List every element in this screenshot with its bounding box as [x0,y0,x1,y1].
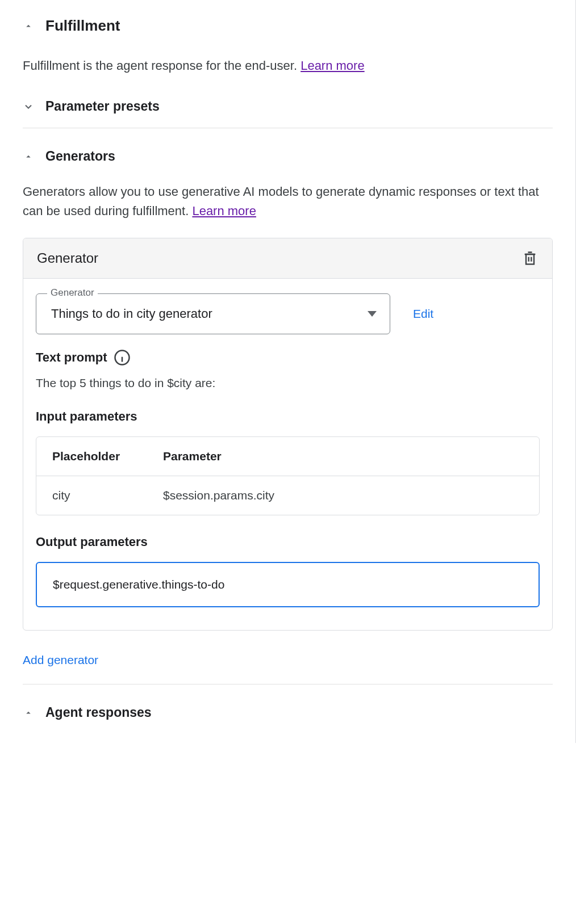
generator-card-title: Generator [37,250,98,266]
fulfillment-title: Fulfillment [45,17,120,35]
generator-select-row: Generator Things to do in city generator… [36,293,540,334]
generators-description-text: Generators allow you to use generative A… [23,184,539,218]
add-generator-button[interactable]: Add generator [23,653,98,666]
input-parameters-table: Placeholder Parameter city $session.para… [36,436,540,515]
generators-description: Generators allow you to use generative A… [23,182,553,221]
fulfillment-description: Fulfillment is the agent response for th… [23,56,553,75]
agent-responses-section: Agent responses [23,705,553,720]
chevron-up-icon [23,151,34,162]
agent-responses-header[interactable]: Agent responses [23,705,553,720]
table-row: city $session.params.city [36,476,539,515]
table-header-parameter: Parameter [163,450,523,463]
delete-icon[interactable] [521,250,539,267]
dropdown-icon [368,309,377,319]
text-prompt-label: Text prompt [36,350,107,365]
generator-select[interactable]: Things to do in city generator [36,293,390,334]
chevron-down-icon [23,101,34,112]
chevron-up-icon [23,707,34,719]
fulfillment-learn-more-link[interactable]: Learn more [300,58,365,73]
output-parameters-label: Output parameters [36,535,540,549]
table-header-placeholder: Placeholder [52,450,163,463]
generators-learn-more-link[interactable]: Learn more [192,204,256,218]
output-parameter-input[interactable]: $request.generative.things-to-do [36,562,540,607]
agent-responses-title: Agent responses [45,705,152,720]
fulfillment-header[interactable]: Fulfillment [23,17,553,35]
table-cell-placeholder: city [52,489,163,502]
add-generator-section: Add generator [23,653,553,684]
svg-rect-0 [526,254,534,264]
table-cell-parameter: $session.params.city [163,489,523,502]
generator-card-header: Generator [23,238,552,279]
input-parameters-label: Input parameters [36,409,540,424]
chevron-up-icon [23,20,34,32]
info-icon[interactable] [114,349,131,366]
edit-button[interactable]: Edit [413,307,433,321]
generator-select-value: Things to do in city generator [51,306,212,321]
text-prompt-label-row: Text prompt [36,349,540,366]
parameter-presets-section: Parameter presets [23,99,553,128]
parameter-presets-title: Parameter presets [45,99,160,114]
fulfillment-section: Fulfillment Fulfillment is the agent res… [0,0,575,720]
generators-section: Generators Generators allow you to use g… [23,149,553,684]
generator-card: Generator Generator Things to do i [23,238,553,631]
fulfillment-description-text: Fulfillment is the agent response for th… [23,58,300,73]
text-prompt-group: Text prompt The top 5 things to do in $c… [36,349,540,390]
generators-header[interactable]: Generators [23,149,553,164]
generator-select-wrapper: Generator Things to do in city generator [36,293,390,334]
table-header-row: Placeholder Parameter [36,437,539,476]
text-prompt-value: The top 5 things to do in $city are: [36,376,540,390]
generators-title: Generators [45,149,115,164]
generator-select-label: Generator [47,287,98,299]
parameter-presets-header[interactable]: Parameter presets [23,99,553,114]
generator-card-body: Generator Things to do in city generator… [23,279,552,630]
